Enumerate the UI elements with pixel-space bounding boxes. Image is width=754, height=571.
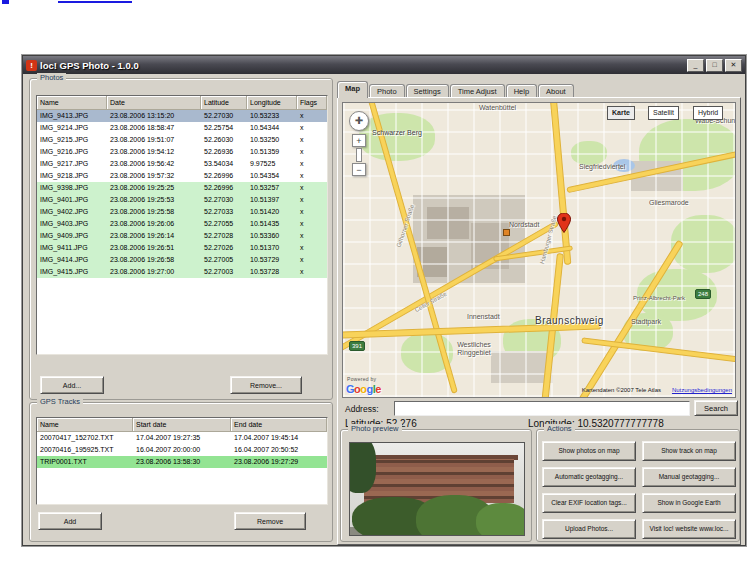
preview-bush: [476, 503, 525, 536]
close-button[interactable]: ✕: [725, 59, 742, 72]
cell-name: IMG_9411.JPG: [37, 242, 107, 254]
action-button-4[interactable]: Clear EXIF location tags...: [542, 493, 636, 513]
window-controls: _ □ ✕: [687, 59, 742, 72]
table-row[interactable]: IMG_9398.JPG23.08.2006 19:25:2552.269961…: [37, 182, 327, 194]
column-header-track-name[interactable]: Name: [37, 418, 133, 432]
table-row[interactable]: TRIP0001.TXT23.08.2006 13:58:3023.08.200…: [37, 456, 327, 468]
gps-add-button[interactable]: Add: [38, 512, 102, 530]
table-row[interactable]: IMG_9413.JPG23.08.2006 13:15:2052.270301…: [37, 110, 327, 122]
column-header-longitude[interactable]: Longitude: [247, 96, 297, 110]
tab-about[interactable]: About: [538, 84, 574, 98]
map-place-label: Stadtpark: [631, 318, 661, 325]
cell-date: 23.08.2006 19:25:25: [107, 182, 201, 194]
table-row[interactable]: IMG_9415.JPG23.08.2006 19:27:0052.270031…: [37, 266, 327, 278]
tab-photo[interactable]: Photo: [369, 84, 405, 98]
cell-name: IMG_9413.JPG: [37, 110, 107, 122]
table-row[interactable]: 20070417_152702.TXT17.04.2007 19:27:3517…: [37, 432, 327, 444]
column-header-end-date[interactable]: End date: [231, 418, 327, 432]
cell-flags: x: [297, 146, 327, 158]
tab-map[interactable]: Map: [337, 81, 368, 98]
photos-table-body[interactable]: IMG_9413.JPG23.08.2006 13:15:2052.270301…: [37, 110, 327, 278]
table-row[interactable]: IMG_9217.JPG23.08.2006 19:56:4253.540349…: [37, 158, 327, 170]
cell-start: 16.04.2007 20:00:00: [133, 444, 231, 456]
gps-tracks-table-header[interactable]: Name Start date End date: [37, 418, 327, 432]
table-row[interactable]: IMG_9216.JPG23.08.2006 19:54:1252.269361…: [37, 146, 327, 158]
gps-tracks-table[interactable]: Name Start date End date 20070417_152702…: [36, 417, 328, 505]
zoom-out-button[interactable]: −: [352, 163, 366, 176]
column-header-date[interactable]: Date: [107, 96, 201, 110]
maximize-button[interactable]: □: [706, 59, 723, 72]
cell-lon: 9.97525: [247, 158, 297, 170]
action-button-6[interactable]: Upload Photos...: [542, 519, 636, 539]
table-row[interactable]: IMG_9402.JPG23.08.2006 19:25:5852.270331…: [37, 206, 327, 218]
address-input[interactable]: [394, 401, 690, 416]
table-row[interactable]: IMG_9409.JPG23.08.2006 19:26:1452.270281…: [37, 230, 327, 242]
table-row[interactable]: IMG_9414.JPG23.08.2006 19:26:5852.270051…: [37, 254, 327, 266]
action-button-1[interactable]: Show track on map: [642, 441, 736, 461]
action-button-7[interactable]: Visit loc! website www.loc...: [642, 519, 736, 539]
cell-lat: 52.27030: [201, 110, 247, 122]
photos-add-button[interactable]: Add...: [40, 376, 104, 394]
tab-time-adjust[interactable]: Time Adjust: [450, 84, 505, 98]
action-button-2[interactable]: Automatic geotagging...: [542, 467, 636, 487]
small-orange-marker[interactable]: [503, 229, 510, 236]
photos-table-header[interactable]: Name Date Latitude Longitude Flags: [37, 96, 327, 110]
titlebar[interactable]: ! loc! GPS Photo - 1.0.0 _ □ ✕: [23, 56, 745, 74]
cell-lon: 10.51435: [247, 218, 297, 230]
table-row[interactable]: IMG_9214.JPG23.08.2006 18:58:4752.257541…: [37, 122, 327, 134]
table-row[interactable]: 20070416_195925.TXT16.04.2007 20:00:0016…: [37, 444, 327, 456]
cropped-link-underline[interactable]: [58, 0, 132, 3]
photos-remove-button[interactable]: Remove...: [230, 376, 302, 394]
tab-help[interactable]: Help: [506, 84, 537, 98]
cell-flags: x: [297, 242, 327, 254]
gps-remove-button[interactable]: Remove: [234, 512, 306, 530]
cell-name: IMG_9215.JPG: [37, 134, 107, 146]
map-pan-control[interactable]: ✚: [349, 111, 369, 131]
zoom-slider[interactable]: [356, 148, 362, 162]
road-number-badge: 248: [695, 289, 711, 299]
map-place-label: Watenbüttel: [479, 104, 516, 111]
table-row[interactable]: IMG_9411.JPG23.08.2006 19:26:5152.270261…: [37, 242, 327, 254]
map-type-hybrid-button[interactable]: Hybrid: [693, 106, 723, 120]
table-row[interactable]: IMG_9403.JPG23.08.2006 19:26:0652.270551…: [37, 218, 327, 230]
column-header-start-date[interactable]: Start date: [133, 418, 231, 432]
cell-end: 17.04.2007 19:45:14: [231, 432, 327, 444]
map-canvas[interactable]: Schwarzer Berg Watenbüttel Wabe-Schunte …: [342, 102, 736, 398]
map-place-label: Gliesmarode: [649, 199, 689, 206]
gps-tracks-table-body[interactable]: 20070417_152702.TXT17.04.2007 19:27:3517…: [37, 432, 327, 468]
cell-flags: x: [297, 206, 327, 218]
action-button-5[interactable]: Show in Google Earth: [642, 493, 736, 513]
minimize-button[interactable]: _: [687, 59, 704, 72]
photos-group: Photos Name Date Latitude Longitude Flag…: [29, 78, 333, 400]
cell-end: 23.08.2006 19:27:29: [231, 456, 327, 468]
map-type-karte-button[interactable]: Karte: [607, 106, 635, 120]
cell-date: 23.08.2006 19:51:07: [107, 134, 201, 146]
table-row[interactable]: IMG_9401.JPG23.08.2006 19:25:5352.270301…: [37, 194, 327, 206]
column-header-flags[interactable]: Flags: [297, 96, 327, 110]
cell-lon: 10.53257: [247, 182, 297, 194]
cell-lon: 10.53360: [247, 230, 297, 242]
tab-settings[interactable]: Settings: [406, 84, 449, 98]
cell-lat: 52.27003: [201, 266, 247, 278]
cell-lon: 10.51397: [247, 194, 297, 206]
search-button[interactable]: Search: [694, 400, 738, 416]
map-copyright: Kartendaten ©2007 Tele Atlas: [582, 387, 661, 393]
column-header-name[interactable]: Name: [37, 96, 107, 110]
google-logo[interactable]: Google: [346, 383, 381, 395]
photo-preview-image[interactable]: [349, 442, 525, 536]
table-row[interactable]: IMG_9218.JPG23.08.2006 19:57:3252.269961…: [37, 170, 327, 182]
action-button-0[interactable]: Show photos on map: [542, 441, 636, 461]
action-button-3[interactable]: Manual geotagging...: [642, 467, 736, 487]
column-header-latitude[interactable]: Latitude: [201, 96, 247, 110]
zoom-in-button[interactable]: +: [352, 134, 366, 147]
cell-lon: 10.51420: [247, 206, 297, 218]
road-number-badge: 391: [349, 341, 365, 351]
table-row[interactable]: IMG_9215.JPG23.08.2006 19:51:0752.260301…: [37, 134, 327, 146]
map-pin-marker[interactable]: [557, 213, 571, 237]
terms-link[interactable]: Nutzungsbedingungen: [672, 387, 732, 393]
logo-letter: e: [375, 383, 381, 395]
map-type-satellit-button[interactable]: Satellit: [648, 106, 679, 120]
cell-date: 23.08.2006 13:15:20: [107, 110, 201, 122]
photos-table[interactable]: Name Date Latitude Longitude Flags IMG_9…: [36, 95, 328, 355]
cropped-page-fragment: [2, 0, 9, 4]
